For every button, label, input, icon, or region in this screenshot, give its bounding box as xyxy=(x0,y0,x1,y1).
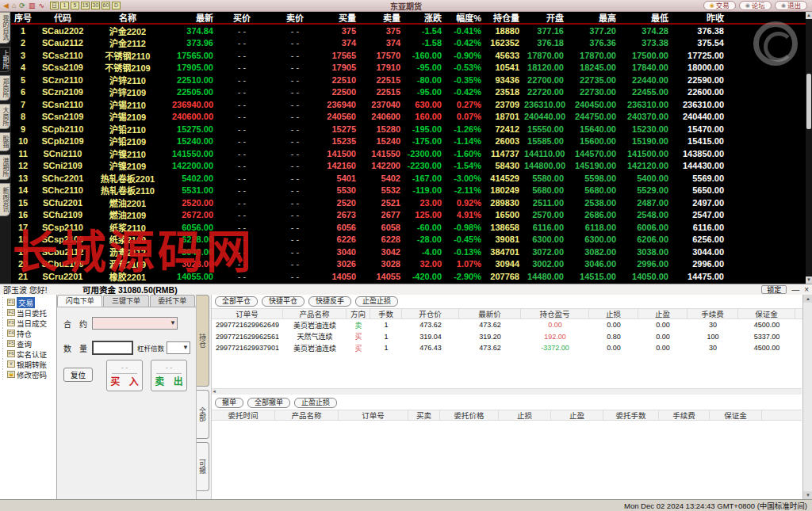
sidebar-item-4[interactable]: F4持仓 xyxy=(2,328,56,338)
watermark-logo-icon xyxy=(753,21,798,66)
quote-cell-high: 145190.00 xyxy=(566,161,619,170)
quote-cell-ask: - - xyxy=(268,136,322,146)
side-tab-1[interactable]: 持仓 xyxy=(197,295,209,387)
quote-cell-ask: - - xyxy=(268,161,322,170)
order-tab-2[interactable]: 三键下单 xyxy=(103,295,148,307)
column-header: 开盘 xyxy=(522,12,566,24)
quote-row[interactable]: 4SCss2109不锈钢210917905.00- -- -1790517910… xyxy=(11,62,806,74)
orders-button-2[interactable]: 全部撤单 xyxy=(247,398,290,408)
side-tab-2[interactable]: 全部 xyxy=(197,390,209,439)
period-button[interactable]: D xyxy=(112,2,121,10)
sidebar-item-6[interactable]: F6实名认证 xyxy=(2,349,56,359)
exchange-tab-3[interactable]: 郑商所 xyxy=(0,75,10,101)
line-chart-icon[interactable]: ∿ xyxy=(38,2,44,10)
positions-button-3[interactable]: 快捷反手 xyxy=(308,296,351,307)
quote-cell-ask_vol: 3042 xyxy=(358,247,403,257)
positions-button-4[interactable]: 止盈止损 xyxy=(355,296,398,307)
quote-row[interactable]: 7SCsn2110沪锡2110236940.00- -- -2369402370… xyxy=(11,98,806,111)
exchange-tab-7[interactable]: 新闻资讯 xyxy=(0,183,10,216)
scroll-down-icon[interactable]: ▼ xyxy=(803,491,812,499)
quote-row[interactable]: 14SChc2110热轧卷板21105531.00- -- -55305532-… xyxy=(11,185,806,197)
buy-button[interactable]: - - 买 入 xyxy=(106,360,143,391)
quote-row[interactable]: 3SCss2110不锈钢211017565.00- -- -1756517570… xyxy=(11,49,806,62)
quote-cell-code: SCss2109 xyxy=(35,63,90,72)
yuan-icon: ¥ xyxy=(7,360,15,368)
sell-button[interactable]: - - 卖 出 xyxy=(151,360,187,391)
quote-row[interactable]: 13SChc2201热轧卷板22015402.00- -- -54015402-… xyxy=(11,172,806,185)
side-tab-3[interactable]: 可撤 xyxy=(197,442,209,491)
quote-cell-last: 5402.00 xyxy=(165,174,216,183)
quote-row[interactable]: 9SCpb2110沪铅211015275.00- -- -1527515280-… xyxy=(11,123,806,135)
order-tab-3[interactable]: 委托下单 xyxy=(150,295,195,307)
scrollbar-thumb[interactable] xyxy=(806,74,811,129)
quote-row[interactable]: 15SCfu2201燃油22012520.00- -- -2520252123.… xyxy=(11,196,806,209)
exchange-tab-6[interactable]: 港期所 xyxy=(0,154,10,180)
scroll-up-icon[interactable]: ▲ xyxy=(806,12,812,19)
bar-chart-icon[interactable]: ▥ xyxy=(29,2,36,10)
contract-select[interactable]: ▼ xyxy=(92,317,178,330)
period-button[interactable]: 5 xyxy=(71,2,79,10)
scroll-down-icon[interactable]: ▼ xyxy=(806,276,812,284)
titlebar-forum-button[interactable]: ◉论坛 xyxy=(739,1,772,10)
sidebar-item-2[interactable]: F2当日委托 xyxy=(2,307,56,318)
quote-cell-code: SCzn2109 xyxy=(35,87,90,97)
orders-button-3[interactable]: 止盈止损 xyxy=(294,398,337,408)
leverage-select[interactable]: ▼ xyxy=(167,341,190,354)
positions-hscrollbar[interactable]: ◄ xyxy=(212,388,802,395)
positions-button-1[interactable]: 全部平仓 xyxy=(215,296,258,307)
quote-row[interactable]: 12SCni2109沪镍2109142200.00- -- -142160142… xyxy=(11,160,806,173)
orders-button-1[interactable]: 撤单 xyxy=(215,398,243,408)
positions-rows: 2997721629962649美页岩油连续卖1473.62473.620.00… xyxy=(212,319,802,354)
quote-row[interactable]: 10SCpb2109沪铅210915240.00- -- -1523515240… xyxy=(11,135,806,148)
quote-row[interactable]: 1SCau2202沪金2202374.84- -- -375375-1.54-0… xyxy=(11,25,806,37)
quote-row[interactable]: 8SCsn2109沪锡2109240600.00- -- -2405602406… xyxy=(11,111,806,124)
titlebar-exit-button[interactable]: ◉退出 xyxy=(775,1,807,10)
positions-button-2[interactable]: 快捷平仓 xyxy=(262,296,304,307)
exchange-tab-1[interactable]: 我的自选 xyxy=(0,12,10,44)
close-icon[interactable]: × xyxy=(804,286,809,294)
titlebar-trade-button[interactable]: ◉交易 xyxy=(703,1,736,10)
sidebar-item-1[interactable]: F1交易 xyxy=(2,297,56,307)
scroll-up-icon[interactable]: ▲ xyxy=(803,295,812,303)
quote-cell-oi: 180249 xyxy=(484,185,522,195)
quote-cell-name: 沪铅2110 xyxy=(90,123,165,135)
quantity-input[interactable] xyxy=(92,341,133,355)
trade-panel-scrollbar[interactable]: ▲ ▼ xyxy=(802,295,812,499)
minimize-icon[interactable]: — xyxy=(791,286,799,294)
order-tab-1[interactable]: 闪电下单 xyxy=(57,295,102,307)
quote-row[interactable]: 6SCzn2109沪锌210922505.00- -- -2250022515-… xyxy=(11,86,806,99)
exchange-tab-5[interactable]: 股指 xyxy=(0,132,10,151)
quote-cell-ask_vol: 17570 xyxy=(358,51,403,60)
sidebar-item-8[interactable]: 🔒修改密码 xyxy=(2,369,56,379)
quote-row[interactable]: 5SCzn2110沪锌211022510.00- -- -2251022515-… xyxy=(11,74,806,86)
back-icon[interactable]: ◀ xyxy=(3,2,9,10)
exchange-tab-4[interactable]: 大商所 xyxy=(0,104,10,129)
refresh-icon[interactable]: ⟳ xyxy=(19,2,25,10)
exchange-tab-2[interactable]: 上期所 xyxy=(0,47,10,72)
lock-icon: 🔒 xyxy=(7,371,15,378)
quote-cell-open: 240440.00 xyxy=(522,112,566,121)
quote-scrollbar[interactable]: ▲ ▼ xyxy=(806,12,812,284)
position-row[interactable]: 2997721629962649美页岩油连续卖1473.62473.620.00… xyxy=(212,319,802,331)
sidebar-item-5[interactable]: F5查询 xyxy=(2,338,56,349)
quote-cell-last: 5531.00 xyxy=(165,185,216,195)
period-button[interactable]: 15 xyxy=(81,2,90,10)
quote-cell-bid_vol: 236940 xyxy=(322,100,358,109)
position-row[interactable]: 2997721629962561天然气连续买1319.04319.20192.0… xyxy=(212,331,802,343)
lock-button[interactable]: 锁定 xyxy=(761,285,787,294)
position-cell-stop_loss: 0.00 xyxy=(589,321,638,329)
period-button[interactable]: 日 xyxy=(50,2,59,10)
period-button[interactable]: 1 xyxy=(60,2,69,10)
period-button[interactable]: 30 xyxy=(91,2,100,10)
sidebar-item-3[interactable]: F3当日成交 xyxy=(2,318,56,328)
position-row[interactable]: 2997721629937901美页岩油连续买1476.43473.62-337… xyxy=(212,342,802,354)
period-button[interactable]: 60 xyxy=(102,2,110,10)
home-icon[interactable]: ⌂ xyxy=(12,2,16,10)
sidebar-item-7[interactable]: ¥银期转账 xyxy=(2,359,56,369)
quote-row[interactable]: 11SCni2110沪镍2110141550.00- -- -141500141… xyxy=(11,147,806,160)
quote-cell-no: 3 xyxy=(11,51,35,60)
quote-row[interactable]: 2SCau2112沪金2112373.96- -- -374374-1.58-0… xyxy=(11,37,806,50)
reset-button[interactable]: 复位 xyxy=(63,368,93,382)
quote-cell-name: 沪镍2109 xyxy=(90,159,165,172)
quote-cell-bid_vol: 22510 xyxy=(322,75,358,85)
